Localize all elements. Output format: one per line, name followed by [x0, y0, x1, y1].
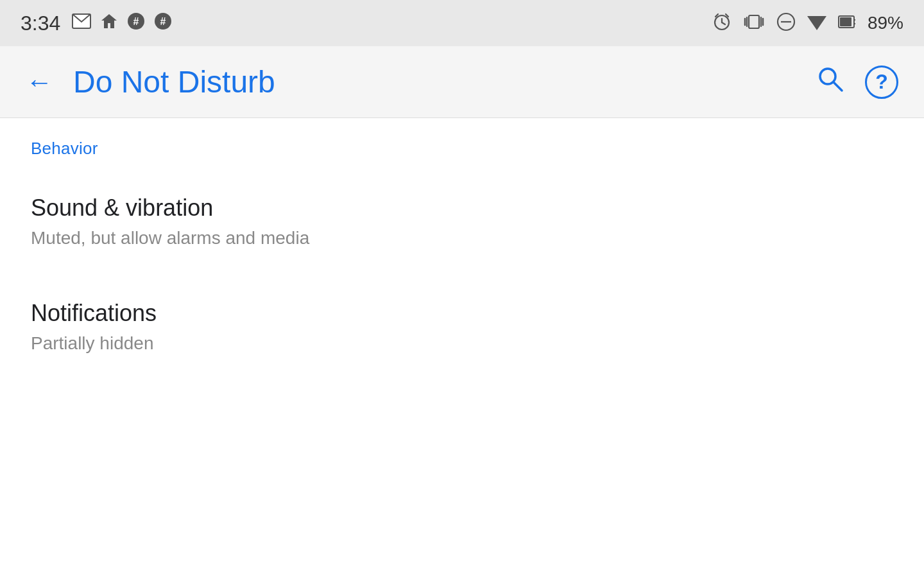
back-button[interactable]: ←	[26, 69, 53, 96]
svg-marker-17	[807, 16, 826, 30]
svg-line-24	[834, 82, 842, 91]
status-icons: # #	[72, 12, 172, 35]
settings-content: Behavior Sound & vibration Muted, but al…	[0, 118, 924, 379]
svg-text:#: #	[160, 16, 166, 27]
app-bar: ← Do Not Disturb ?	[0, 46, 924, 118]
gmail-icon	[72, 13, 91, 33]
help-button[interactable]: ?	[865, 65, 898, 99]
svg-line-7	[722, 22, 725, 24]
home-icon	[100, 12, 118, 35]
battery-icon	[838, 13, 856, 33]
behavior-section-header: Behavior	[0, 118, 924, 169]
sound-vibration-title: Sound & vibration	[31, 195, 893, 222]
app-bar-actions: ?	[816, 65, 898, 100]
wifi-icon	[807, 13, 826, 33]
battery-percent: 89%	[868, 13, 903, 33]
search-button[interactable]	[816, 65, 844, 100]
svg-text:#: #	[133, 16, 139, 27]
status-right: 89%	[712, 12, 903, 34]
status-left: 3:34 #	[21, 12, 172, 35]
status-time: 3:34	[21, 12, 60, 35]
alarm-icon	[712, 12, 732, 34]
status-bar: 3:34 #	[0, 0, 924, 46]
sound-vibration-subtitle: Muted, but allow alarms and media	[31, 228, 893, 248]
notifications-item[interactable]: Notifications Partially hidden	[0, 274, 924, 379]
dnd-icon	[776, 12, 796, 34]
notifications-title: Notifications	[31, 300, 893, 327]
grid-icon-2: #	[154, 12, 172, 35]
grid-icon-1: #	[127, 12, 145, 35]
vibrate-icon	[743, 13, 765, 33]
notifications-subtitle: Partially hidden	[31, 333, 893, 354]
page-title: Do Not Disturb	[73, 64, 816, 100]
sound-vibration-item[interactable]: Sound & vibration Muted, but allow alarm…	[0, 169, 924, 274]
svg-rect-19	[840, 17, 851, 26]
svg-rect-10	[749, 15, 759, 28]
